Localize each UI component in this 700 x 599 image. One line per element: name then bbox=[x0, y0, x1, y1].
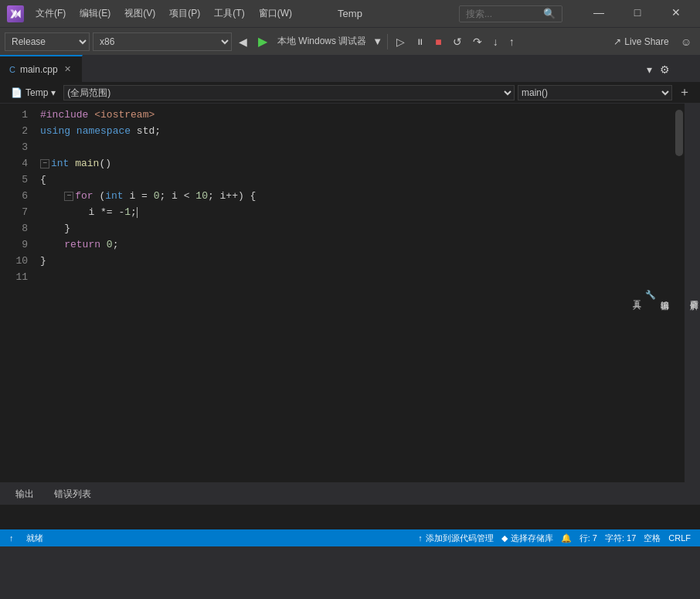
eol-info[interactable]: CRLF bbox=[665, 533, 694, 543]
live-share-button[interactable]: ↗ Live Share bbox=[609, 32, 673, 51]
step-out-button[interactable]: ↑ bbox=[505, 32, 518, 51]
status-bar: ↑ 就绪 ↑ 添加到源代码管理 ◆ 选择存储库 🔔 行: 7 字符: 17 空格… bbox=[0, 529, 700, 546]
scroll-thumb[interactable] bbox=[675, 110, 683, 156]
sidebar-text-1[interactable]: 需要解 bbox=[688, 291, 700, 299]
notification-button[interactable]: 🔔 bbox=[558, 533, 575, 543]
add-tab-button[interactable]: ＋ bbox=[675, 84, 694, 100]
menu-edit[interactable]: 编辑(E) bbox=[73, 4, 117, 23]
add-to-source-label: 添加到源代码管理 bbox=[426, 533, 494, 544]
run-outline-button[interactable]: ▷ bbox=[392, 32, 409, 51]
menu-tools[interactable]: 工具(T) bbox=[208, 4, 250, 23]
right-sidebar: 需要解 决的 编辑器 🔧 工具 bbox=[685, 104, 700, 482]
nav-prev-button[interactable]: ◀ bbox=[235, 32, 251, 51]
menu-window[interactable]: 窗口(W) bbox=[253, 4, 298, 23]
char-label: 字符: 17 bbox=[605, 533, 636, 544]
live-share-icon: ↗ bbox=[613, 36, 621, 47]
git-icon: ↑ bbox=[9, 533, 14, 543]
break-all-button[interactable]: ⏸ bbox=[412, 32, 428, 51]
status-label: 就绪 bbox=[26, 533, 43, 544]
menu-view[interactable]: 视图(V) bbox=[118, 4, 161, 23]
vertical-scrollbar[interactable] bbox=[674, 104, 685, 482]
bottom-panel: 输出 错误列表 bbox=[0, 482, 700, 529]
space-info[interactable]: 空格 bbox=[641, 533, 664, 544]
breadcrumb-file-label: Temp bbox=[25, 87, 48, 98]
function-dropdown[interactable]: main() bbox=[518, 85, 672, 100]
step-into-button[interactable]: ↓ bbox=[489, 32, 502, 51]
configuration-select[interactable]: Release Debug bbox=[5, 32, 90, 51]
dropdown-icon: ▾ bbox=[51, 87, 56, 98]
maximize-button[interactable]: □ bbox=[620, 0, 655, 26]
status-git-button[interactable]: ↑ bbox=[6, 529, 17, 546]
status-right: ↑ 添加到源代码管理 ◆ 选择存储库 🔔 行: 7 字符: 17 空格 CRLF bbox=[415, 533, 694, 544]
step-over-button[interactable]: ↷ bbox=[469, 32, 486, 51]
feedback-button[interactable]: ☺ bbox=[677, 32, 695, 51]
architecture-select[interactable]: x86 x64 bbox=[93, 32, 232, 51]
add-to-source-button[interactable]: ↑ 添加到源代码管理 bbox=[415, 533, 497, 544]
status-ready[interactable]: 就绪 bbox=[23, 529, 46, 546]
live-share-label: Live Share bbox=[624, 36, 668, 47]
vs-logo bbox=[6, 5, 25, 23]
line-label: 行: 7 bbox=[579, 533, 597, 544]
tab-label: main.cpp bbox=[20, 64, 58, 75]
select-repo-button[interactable]: ◆ 选择存储库 bbox=[498, 533, 556, 544]
panel-tabs: 输出 错误列表 bbox=[0, 483, 700, 505]
file-nav-icon: 📄 bbox=[11, 87, 22, 98]
editor-main: 1 2 3 4 5 6 7 8 9 10 11 #include <iostre… bbox=[0, 104, 685, 482]
tab-actions: ▾ ⚙ bbox=[644, 62, 673, 77]
minimize-button[interactable]: — bbox=[581, 0, 617, 26]
add-to-source-icon: ↑ bbox=[418, 533, 423, 543]
code-editor[interactable]: #include <iostream> using namespace std;… bbox=[37, 104, 674, 482]
restart-button[interactable]: ↺ bbox=[449, 32, 466, 51]
search-input[interactable] bbox=[466, 9, 543, 19]
breadcrumb-file-button[interactable]: 📄 Temp ▾ bbox=[6, 86, 60, 100]
tab-close-button[interactable]: ✕ bbox=[63, 63, 73, 75]
menu-project[interactable]: 项目(P) bbox=[163, 4, 206, 23]
bell-icon: 🔔 bbox=[561, 533, 572, 543]
tab-list-button[interactable]: ▾ bbox=[644, 62, 655, 77]
search-icon: 🔍 bbox=[543, 8, 556, 19]
panel-content bbox=[0, 505, 700, 529]
nav-bar: 📄 Temp ▾ (全局范围) main() ＋ bbox=[0, 82, 700, 104]
run-label[interactable]: 本地 Windows 调试器 bbox=[274, 35, 369, 48]
repo-icon: ◆ bbox=[501, 533, 508, 543]
pin-button[interactable]: ⚙ bbox=[657, 62, 673, 77]
close-button[interactable]: ✕ bbox=[658, 0, 694, 26]
search-box[interactable]: 🔍 bbox=[459, 5, 562, 22]
toolbar-separator bbox=[387, 34, 388, 49]
title-bar: 文件(F) 编辑(E) 视图(V) 项目(P) 工具(T) 窗口(W) 🔍 Te… bbox=[0, 0, 700, 27]
editor-container: 1 2 3 4 5 6 7 8 9 10 11 #include <iostre… bbox=[0, 104, 700, 482]
stop-button[interactable]: ■ bbox=[431, 32, 445, 51]
eol-label: CRLF bbox=[668, 533, 691, 543]
menu-file[interactable]: 文件(F) bbox=[29, 4, 72, 23]
window-controls: — □ ✕ bbox=[581, 2, 694, 26]
error-list-tab[interactable]: 错误列表 bbox=[45, 485, 100, 504]
line-info[interactable]: 行: 7 bbox=[576, 533, 600, 544]
menu-bar: 文件(F) 编辑(E) 视图(V) 项目(P) 工具(T) 窗口(W) bbox=[29, 4, 459, 23]
scope-dropdown[interactable]: (全局范围) bbox=[63, 85, 515, 100]
space-label: 空格 bbox=[644, 533, 661, 544]
line-numbers: 1 2 3 4 5 6 7 8 9 10 11 bbox=[0, 104, 37, 482]
output-tab[interactable]: 输出 bbox=[6, 485, 43, 504]
tab-main-cpp[interactable]: C main.cpp ✕ bbox=[0, 55, 83, 82]
file-icon: C bbox=[9, 65, 15, 74]
toolbar: Release Debug x86 x64 ◀ ▶ 本地 Windows 调试器… bbox=[0, 27, 700, 55]
window-title: Temp bbox=[338, 8, 362, 19]
select-repo-label: 选择存储库 bbox=[511, 533, 553, 544]
tab-bar: C main.cpp ✕ ▾ ⚙ bbox=[0, 55, 700, 82]
run-button[interactable]: ▶ bbox=[254, 32, 271, 51]
char-info[interactable]: 字符: 17 bbox=[602, 533, 639, 544]
